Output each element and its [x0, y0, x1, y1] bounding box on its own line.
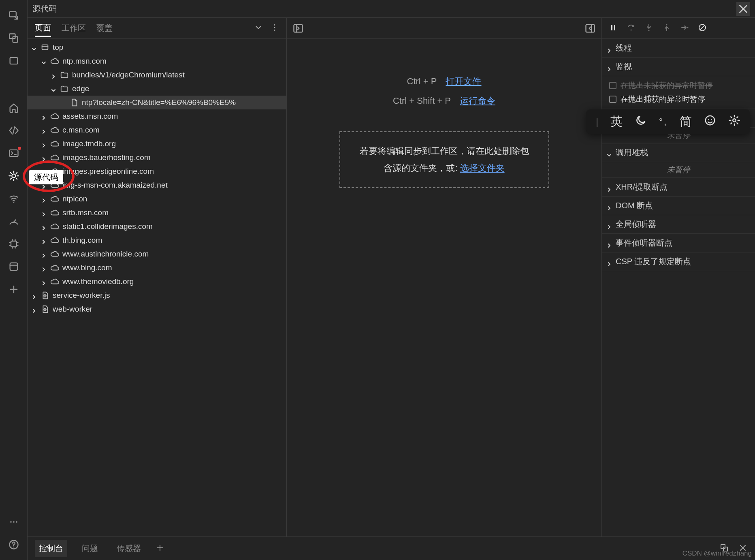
tree-domain[interactable]: srtb.msn.com	[28, 206, 286, 220]
ime-punct-icon[interactable]: °,	[659, 117, 668, 127]
tree-worker[interactable]: service-worker.js	[28, 289, 286, 302]
section-label: 事件侦听器断点	[616, 237, 672, 248]
ime-settings-icon[interactable]	[728, 114, 740, 129]
tab-override[interactable]: 覆盖	[96, 20, 113, 36]
tree-top[interactable]: top	[28, 41, 286, 54]
tree-domain[interactable]: images.prestigeonline.com	[28, 165, 286, 178]
tree-label: ntp.msn.com	[62, 57, 107, 66]
tree-domain[interactable]: ntpicon	[28, 192, 286, 206]
drawer-tab-sensors[interactable]: 传感器	[113, 540, 145, 557]
svg-rect-24	[614, 25, 615, 30]
sources-icon[interactable]	[6, 169, 21, 183]
svg-rect-4	[9, 150, 18, 156]
tree-folder[interactable]: bundles/v1/edgeChromium/latest	[28, 68, 286, 82]
tree-label: static1.colliderimages.com	[62, 222, 153, 231]
tree-domain[interactable]: images.bauerhosting.com	[28, 151, 286, 165]
ime-language-button[interactable]: 英	[610, 113, 623, 130]
svg-point-34	[711, 119, 712, 120]
section-label: 监视	[616, 61, 632, 72]
drawer-add-icon[interactable]	[156, 543, 164, 554]
tree-domain[interactable]: image.tmdb.org	[28, 137, 286, 151]
chevron-down-icon[interactable]	[254, 23, 263, 34]
tree-domain[interactable]: www.austinchronicle.com	[28, 247, 286, 261]
folder-icon	[60, 71, 69, 79]
tree-domain[interactable]: static1.colliderimages.com	[28, 220, 286, 233]
watermark: CSDN @winfredzhang	[682, 549, 752, 558]
tree-domain[interactable]: www.bing.com	[28, 261, 286, 275]
svg-point-33	[708, 119, 709, 120]
svg-rect-8	[11, 241, 17, 247]
svg-rect-9	[10, 263, 17, 271]
checkbox-pause-caught[interactable]: 在抛出捕获的异常时暂停	[609, 92, 748, 106]
tree-label: service-worker.js	[53, 291, 110, 300]
pause-icon[interactable]	[608, 23, 618, 34]
toggle-navigator-icon[interactable]	[292, 23, 304, 34]
svg-rect-3	[10, 58, 17, 64]
tree-domain[interactable]: www.themoviedb.org	[28, 275, 286, 289]
svg-point-10	[10, 521, 12, 523]
performance-icon[interactable]	[6, 214, 21, 229]
tree-label: th.bing.com	[62, 236, 102, 245]
section-threads[interactable]: 线程	[602, 39, 755, 58]
tab-page[interactable]: 页面	[35, 20, 51, 37]
tab-workspace[interactable]: 工作区	[62, 20, 86, 36]
section-xhr[interactable]: XHR/提取断点	[602, 178, 755, 197]
ime-moon-icon[interactable]	[635, 114, 647, 129]
tree-label: edge	[72, 84, 89, 93]
drawer-tab-console[interactable]: 控制台	[35, 540, 67, 557]
ime-emoji-icon[interactable]	[704, 114, 716, 129]
tree-folder-edge[interactable]: edge	[28, 82, 286, 96]
tree-label: www.themoviedb.org	[62, 277, 134, 286]
tree-domain[interactable]: c.msn.com	[28, 123, 286, 137]
tree-domain[interactable]: assets.msn.com	[28, 109, 286, 123]
svg-point-16	[274, 27, 275, 28]
ime-toolbar[interactable]: | 英 °, 简	[586, 109, 750, 134]
section-callstack[interactable]: 调用堆栈	[602, 143, 755, 162]
section-global-listeners[interactable]: 全局侦听器	[602, 215, 755, 234]
tree-label: www.bing.com	[62, 263, 112, 272]
svg-point-28	[687, 27, 689, 28]
inspect-icon[interactable]	[6, 8, 21, 23]
help-icon[interactable]	[6, 537, 21, 552]
workspace-drop-zone[interactable]: 若要将编辑同步到工作区，请在此处删除包 含源的文件夹，或: 选择文件夹	[339, 131, 549, 188]
section-csp[interactable]: CSP 违反了规定断点	[602, 252, 755, 271]
add-panel-icon[interactable]	[6, 282, 21, 297]
device-toggle-icon[interactable]	[6, 31, 21, 45]
svg-point-14	[13, 547, 14, 547]
tree-domain[interactable]: img-s-msn-com.akamaized.net	[28, 178, 286, 192]
tree-label: image.tmdb.org	[62, 139, 116, 148]
run-command-link[interactable]: 运行命令	[460, 95, 495, 107]
tree-domain[interactable]: th.bing.com	[28, 233, 286, 247]
elements-icon[interactable]	[6, 123, 21, 138]
sources-tree[interactable]: top ntp.msn.com bundles/v1/edgeChromium/…	[28, 39, 286, 549]
tree-domain[interactable]: ntp.msn.com	[28, 54, 286, 68]
console-messages-icon[interactable]	[6, 146, 21, 160]
deactivate-breakpoints-icon[interactable]	[697, 23, 707, 34]
close-button[interactable]	[736, 2, 750, 16]
drawer-tab-issues[interactable]: 问题	[78, 540, 102, 557]
cloud-icon	[50, 126, 59, 135]
home-icon[interactable]	[6, 100, 21, 115]
section-dom[interactable]: DOM 断点	[602, 197, 755, 215]
section-event-listeners[interactable]: 事件侦听器断点	[602, 234, 755, 252]
checkbox-pause-uncaught[interactable]: 在抛出未捕获的异常时暂停	[609, 79, 748, 92]
tree-file-selected[interactable]: ntp?locale=zh-CN&title=%E6%96%B0%E5%	[28, 96, 286, 109]
more-icon[interactable]	[6, 515, 21, 529]
network-icon[interactable]	[6, 191, 21, 206]
tree-label: img-s-msn-com.akamaized.net	[62, 181, 168, 190]
svg-point-12	[16, 521, 17, 523]
select-folder-link[interactable]: 选择文件夹	[460, 163, 505, 173]
application-icon[interactable]	[6, 259, 21, 274]
kebab-icon[interactable]	[270, 23, 279, 34]
memory-icon[interactable]	[6, 237, 21, 251]
section-watch[interactable]: 监视	[602, 58, 755, 76]
svg-point-27	[666, 24, 668, 25]
tooltip-sources: 源代码	[29, 170, 63, 184]
section-label: CSP 违反了规定断点	[616, 256, 691, 267]
window-icon[interactable]	[6, 53, 21, 68]
ime-simplified-button[interactable]: 简	[680, 113, 692, 130]
toggle-debugger-icon[interactable]	[584, 23, 596, 34]
open-file-link[interactable]: 打开文件	[446, 75, 481, 88]
tree-worker[interactable]: web-worker	[28, 302, 286, 316]
tree-label: top	[53, 43, 63, 52]
